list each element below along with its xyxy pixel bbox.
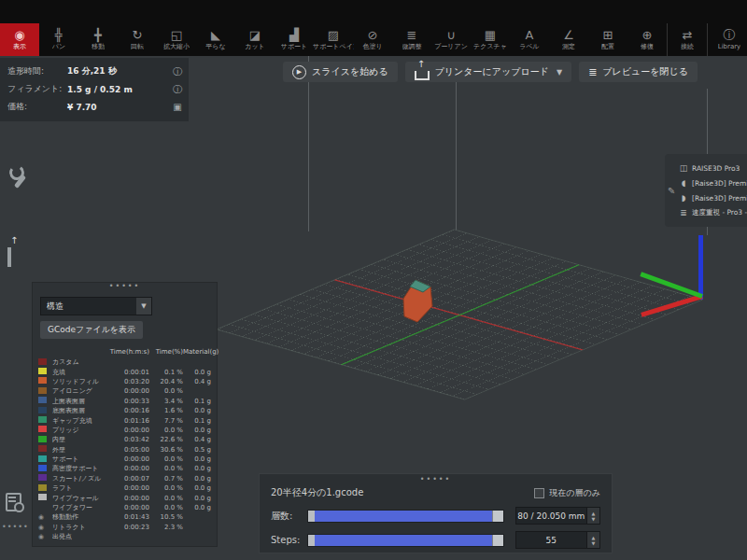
panel-drag-handle[interactable]: ••••• — [260, 476, 612, 483]
table-row[interactable]: ◉出発点 — [38, 532, 213, 541]
row-time: 0:00:00 — [108, 504, 149, 511]
tool-rotate[interactable]: ↻回転 — [118, 23, 157, 56]
stat-label: 価格: — [7, 101, 67, 113]
row-label: 出発点 — [52, 532, 108, 541]
chevron-down-icon: ▼ — [136, 298, 151, 315]
tool-measure[interactable]: ∠測定 — [549, 23, 588, 56]
tool-arrange[interactable]: ⊞配置 — [588, 23, 627, 56]
visibility-eye-icon[interactable]: ◉ — [38, 513, 44, 521]
table-row: 底面表面層0:00:161.6 %0.0 g — [38, 406, 213, 415]
tool-label[interactable]: Aラベル — [510, 23, 549, 56]
table-row: ワイプタワー0:00:000.0 %0.0 g — [38, 503, 213, 512]
panel-drag-handle[interactable]: ••••• — [2, 523, 29, 531]
info-icon[interactable]: ⓘ — [172, 65, 183, 78]
upload-to-printer-button[interactable]: プリンターにアップロード ▼ — [405, 62, 572, 82]
visibility-eye-icon[interactable]: ◉ — [38, 524, 44, 531]
steps-slider[interactable] — [307, 534, 504, 547]
printed-model-preview[interactable] — [397, 275, 439, 327]
row-material: 0.0 g — [183, 455, 211, 463]
table-row[interactable]: ◉移動動作0:01:4310.5 % — [38, 512, 213, 522]
toolbar: ◉表示╬パン╋移動↻回転◱拡大縮小◣平らな◪カット▟サポート▨サポートペイント⊘… — [0, 0, 747, 56]
row-time: 0:03:42 — [108, 436, 149, 443]
printer-item-filament-left[interactable]: ◖[Raise3D] Premium — [679, 175, 747, 190]
printer-item-label: RAISE3D Pro3 — [692, 164, 740, 173]
tool-scale[interactable]: ◱拡大縮小 — [157, 23, 196, 56]
table-row: 外壁0:05:0030.6 %0.5 g — [38, 445, 213, 455]
settings-wrench-icon[interactable] — [7, 166, 30, 190]
steps-value-box[interactable]: 55 ▲▼ — [515, 531, 600, 549]
filament-right-icon: ◗ — [679, 193, 688, 203]
printer-item-label: [Raise3D] Premium — [692, 194, 747, 203]
scale-icon: ◱ — [171, 29, 182, 41]
tool-label: 修復 — [641, 43, 654, 50]
start-slice-label: スライスを始める — [312, 65, 388, 78]
gcode-filename: 20半径4分の1.gcode — [271, 486, 534, 499]
print-queue-icon[interactable] — [6, 493, 22, 511]
tool-move[interactable]: ╋移動 — [78, 23, 118, 56]
tool-label: 配置 — [601, 43, 614, 50]
tool-texture[interactable]: ▦テクスチャ — [471, 23, 510, 56]
cut-icon: ◪ — [249, 29, 261, 41]
row-label: ギャップ充填 — [52, 416, 108, 426]
table-row: カスタム — [38, 357, 213, 367]
tool-support-paint[interactable]: ▨サポートペイント — [314, 23, 353, 56]
tool-connect[interactable]: ⇄接続 — [667, 23, 707, 56]
tool-color-paint[interactable]: ⊘色塗り — [353, 23, 392, 56]
tool-label: 接続 — [681, 43, 694, 50]
tool-lay-flat[interactable]: ◣平らな — [196, 23, 235, 56]
printer-item-printer[interactable]: ◫RAISE3D Pro3 — [679, 161, 747, 175]
support-icon: ▟ — [289, 29, 299, 41]
printer-item-filament-right[interactable]: ◗[Raise3D] Premium — [679, 190, 747, 205]
edit-pencil-icon[interactable]: ✎ — [668, 186, 675, 196]
tool-repair[interactable]: ⊕修復 — [627, 23, 667, 56]
play-icon: ▶ — [292, 65, 306, 79]
tool-label: サポートペイント — [313, 43, 354, 50]
rotate-icon: ↻ — [133, 29, 143, 41]
close-preview-button[interactable]: ≣ プレビューを閉じる — [579, 62, 698, 82]
layers-slider[interactable] — [307, 510, 504, 523]
table-row: 充填0:00:010.1 %0.0 g — [38, 367, 213, 376]
row-time-pct: 0.0 % — [149, 504, 183, 511]
tool-pan[interactable]: ╬パン — [39, 23, 78, 56]
info-icon[interactable]: ⓘ — [172, 83, 183, 96]
filament-left-icon: ◖ — [679, 178, 688, 188]
current-layer-only-checkbox[interactable] — [534, 488, 544, 498]
layers-value-box[interactable]: 80 / 20.050 mm ▲▼ — [515, 507, 600, 525]
color-swatch — [38, 416, 47, 423]
row-material: 0.0 g — [183, 427, 211, 434]
chevron-down-icon[interactable]: ▼ — [557, 68, 562, 77]
row-material: 0.0 g — [183, 475, 211, 483]
tool-boolean[interactable]: ∪ブーリアン — [431, 23, 471, 56]
close-preview-label: プレビューを閉じる — [602, 65, 688, 78]
visibility-eye-icon[interactable]: ◉ — [38, 533, 44, 540]
tool-label: パン — [52, 43, 65, 50]
row-material: 0.1 g — [183, 417, 211, 425]
layers-spinner[interactable]: ▲▼ — [586, 508, 599, 524]
tool-support[interactable]: ▟サポート — [275, 23, 314, 56]
tool-cut[interactable]: ◪カット — [235, 23, 275, 56]
table-row[interactable]: ◉リトラクト0:00:232.3 % — [38, 523, 213, 532]
tool-fine-tune[interactable]: ≣微調整 — [392, 23, 431, 56]
structure-dropdown[interactable]: 構造 ▼ — [40, 297, 152, 315]
panel-drag-handle[interactable]: ••••• — [33, 283, 217, 290]
start-slice-button[interactable]: ▶ スライスを始める — [283, 62, 398, 82]
tool-view[interactable]: ◉表示 — [0, 23, 39, 56]
color-swatch — [38, 387, 47, 394]
printer-item-template[interactable]: ≣速度重視 - Pro3 - — [679, 205, 747, 220]
steps-spinner[interactable]: ▲▼ — [586, 532, 599, 548]
steps-slider-handle[interactable] — [492, 535, 503, 546]
save-icon[interactable]: ▣ — [172, 102, 183, 112]
row-material: 0.0 g — [183, 465, 211, 472]
layers-slider-handle[interactable] — [492, 511, 503, 522]
table-header: Time(h:m:s) Time(%) Material(g) — [38, 345, 213, 357]
row-label: ソリッドフィル — [52, 377, 108, 386]
tool-label: 表示 — [13, 43, 26, 50]
show-gcode-button[interactable]: GCodeファイルを表示 — [40, 321, 143, 339]
tool-library[interactable]: ⓘLibrary — [707, 23, 747, 56]
printer-settings-panel[interactable]: ✎ ◫RAISE3D Pro3◖[Raise3D] Premium◗[Raise… — [665, 154, 747, 227]
export-icon[interactable] — [7, 247, 11, 265]
col-time: Time(h:m:s) — [108, 348, 149, 356]
layer-preview-panel: ••••• 20半径4分の1.gcode 現在の層のみ 層数: 80 / 20.… — [260, 474, 612, 553]
stat-value: ¥ 7.70 — [67, 103, 172, 112]
table-row: ワイプウォール0:00:000.0 %0.0 g — [38, 493, 213, 502]
